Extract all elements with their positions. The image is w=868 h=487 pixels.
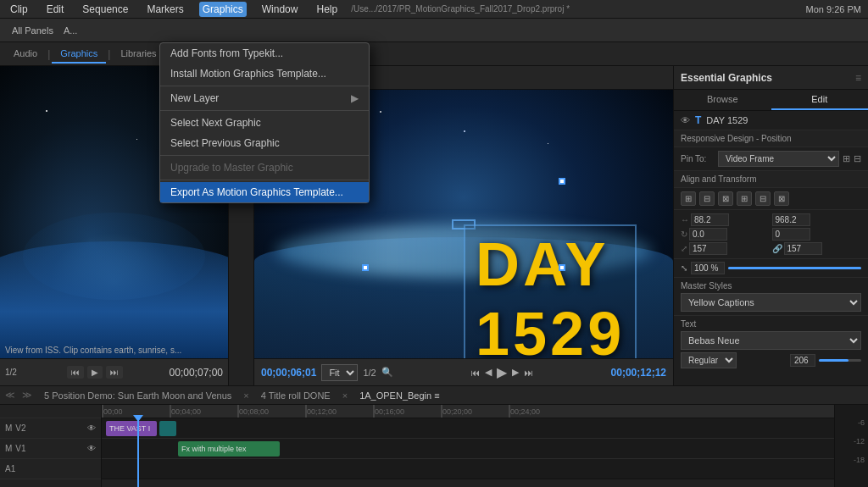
- rotation-input[interactable]: [689, 228, 727, 241]
- menu-edit[interactable]: Edit: [43, 2, 68, 17]
- tl-tab3[interactable]: 1A_OPEN_Begin ≡: [354, 389, 444, 402]
- left-video-label: View from ISS. Clip contains earth, sunr…: [5, 346, 181, 355]
- menu-help[interactable]: Help: [313, 2, 341, 17]
- align-bottom[interactable]: ⊠: [774, 191, 789, 206]
- playhead[interactable]: [137, 418, 139, 487]
- position-y-input[interactable]: [772, 213, 810, 226]
- dd-new-layer[interactable]: New Layer ▶: [160, 88, 369, 108]
- clip-the-vast[interactable]: THE VAST I: [106, 421, 157, 436]
- timeline-tracks: M V2 👁 M V1 👁 A1 00;00 00;04;00 00;08;00: [0, 405, 868, 487]
- go-to-out[interactable]: ⏭: [524, 368, 533, 378]
- tl-ruler-label: [0, 405, 101, 418]
- left-play-back[interactable]: ⏮: [67, 366, 84, 379]
- handle-tr[interactable]: [559, 178, 565, 185]
- left-timecode: 00;00;07;00: [170, 367, 223, 379]
- right-panel-menu-icon[interactable]: ≡: [855, 72, 861, 84]
- left-play-fwd[interactable]: ⏭: [106, 366, 123, 379]
- play-btn[interactable]: ▶: [497, 364, 507, 380]
- track-a1-name: A1: [5, 464, 15, 473]
- tab-browse[interactable]: Browse: [674, 90, 771, 110]
- tab-edit[interactable]: Edit: [771, 90, 869, 110]
- dd-select-prev[interactable]: Select Previous Graphic: [160, 133, 369, 153]
- menu-sequence[interactable]: Sequence: [79, 2, 131, 17]
- tl-tab2[interactable]: 4 Title roll DONE: [256, 389, 336, 402]
- size-icon: ⤢: [681, 244, 687, 253]
- tab-audio[interactable]: Audio: [5, 45, 46, 64]
- master-styles-select[interactable]: Yellow Captions: [681, 293, 861, 312]
- timeline: ≪ ≫ 5 Position Demo: Sun Earth Moon and …: [0, 385, 868, 487]
- handle-bl[interactable]: [362, 264, 369, 271]
- scale-pct-input[interactable]: [691, 262, 725, 274]
- track-v1-label: M: [5, 444, 12, 453]
- dd-add-fonts[interactable]: Add Fonts from Typekit...: [160, 43, 369, 64]
- go-to-in[interactable]: ⏮: [470, 368, 480, 378]
- handle-br[interactable]: [559, 264, 565, 271]
- clip-with-multiple[interactable]: Fx with multiple tex: [178, 441, 280, 457]
- align-right[interactable]: ⊠: [718, 191, 733, 206]
- align-center-h[interactable]: ⊟: [699, 191, 715, 206]
- dd-new-layer-label: New Layer: [170, 92, 219, 104]
- dd-select-next-label: Select Next Graphic: [170, 117, 261, 129]
- prev-frame[interactable]: ◀: [485, 367, 492, 378]
- scale-input[interactable]: [772, 228, 810, 241]
- menu-window[interactable]: Window: [259, 2, 302, 17]
- ruler-mark-1: 00;04;00: [170, 405, 171, 418]
- dd-install-mgt[interactable]: Install Motion Graphics Template...: [160, 64, 369, 84]
- font-style-select[interactable]: Regular: [681, 352, 737, 368]
- font-select[interactable]: Bebas Neue: [681, 331, 861, 350]
- track-v2-eye[interactable]: 👁: [87, 423, 96, 433]
- tl-tab1-close[interactable]: ×: [243, 390, 248, 401]
- tl-nav-left[interactable]: ≪: [5, 390, 15, 401]
- timeline-header: ≪ ≫ 5 Position Demo: Sun Earth Moon and …: [0, 386, 868, 405]
- track-v1-eye[interactable]: 👁: [87, 444, 96, 453]
- db-label-18: -18: [838, 456, 865, 464]
- scale-slider[interactable]: [728, 267, 861, 269]
- track-v2: THE VAST I: [102, 418, 834, 439]
- ruler-mark-2: 00;08;00: [237, 405, 239, 418]
- font-size-input[interactable]: [790, 354, 815, 367]
- tl-track-labels: M V2 👁 M V1 👁 A1: [0, 405, 102, 487]
- menu-markers[interactable]: Markers: [143, 2, 186, 17]
- dd-select-next[interactable]: Select Next Graphic: [160, 113, 369, 133]
- clip-teal[interactable]: [159, 421, 176, 436]
- position-x-input[interactable]: [691, 213, 729, 226]
- pin-to-select[interactable]: Video Frame: [718, 151, 839, 167]
- toolbar: All Panels A...: [0, 19, 868, 42]
- tab-graphics[interactable]: Graphics: [52, 45, 106, 64]
- fit-select[interactable]: Fit: [321, 364, 358, 381]
- align-top[interactable]: ⊞: [737, 191, 752, 206]
- align-center-v[interactable]: ⊟: [755, 191, 771, 206]
- tl-nav-right[interactable]: ≫: [22, 390, 32, 401]
- menu-graphics[interactable]: Graphics: [199, 2, 247, 17]
- position-x-cell: ↔: [681, 213, 771, 226]
- dd-sep3: [160, 155, 369, 156]
- responsive-design-label: Responsive Design - Position: [674, 130, 868, 147]
- tab-libraries[interactable]: Libraries: [112, 45, 164, 64]
- left-controls: 1/2 ⏮ ▶ ⏭ 00;00;07;00: [0, 358, 228, 385]
- toolbar-item-2[interactable]: A...: [58, 24, 83, 37]
- next-frame[interactable]: ▶: [512, 367, 519, 378]
- essential-graphics-header: Essential Graphics ≡: [674, 66, 868, 90]
- timecode-current: 00;00;06;01: [261, 367, 316, 379]
- width-input[interactable]: [689, 242, 727, 255]
- left-play[interactable]: ▶: [87, 366, 103, 379]
- transform-grid: ↔ ↻ ⤢ 🔗: [674, 210, 868, 259]
- dd-export-mgt[interactable]: Export As Motion Graphics Template...: [160, 182, 369, 202]
- all-panels-btn[interactable]: All Panels: [7, 24, 58, 37]
- height-input[interactable]: [784, 242, 822, 255]
- timecode-end: 00;00;12;12: [611, 367, 666, 379]
- tl-scrollbar[interactable]: [102, 479, 834, 487]
- workspace-tabs: Audio | Graphics | Libraries | Brit »: [0, 42, 868, 66]
- tl-tab2-close[interactable]: ×: [342, 390, 348, 401]
- menu-clip[interactable]: Clip: [7, 2, 31, 17]
- layer-visibility-toggle[interactable]: 👁: [681, 115, 690, 125]
- align-left[interactable]: ⊞: [681, 191, 696, 206]
- tl-label-v1: M V1 👁: [0, 439, 101, 459]
- zoom-to-fit[interactable]: 🔍: [381, 367, 393, 378]
- layer-type-icon: T: [695, 114, 701, 126]
- pin-icons: ⊞ ⊟: [843, 153, 861, 164]
- db-label-6: -6: [838, 418, 865, 427]
- tl-tab1[interactable]: 5 Position Demo: Sun Earth Moon and Venu…: [39, 389, 236, 402]
- font-size-slider[interactable]: [819, 359, 861, 362]
- track-a1: [102, 459, 834, 479]
